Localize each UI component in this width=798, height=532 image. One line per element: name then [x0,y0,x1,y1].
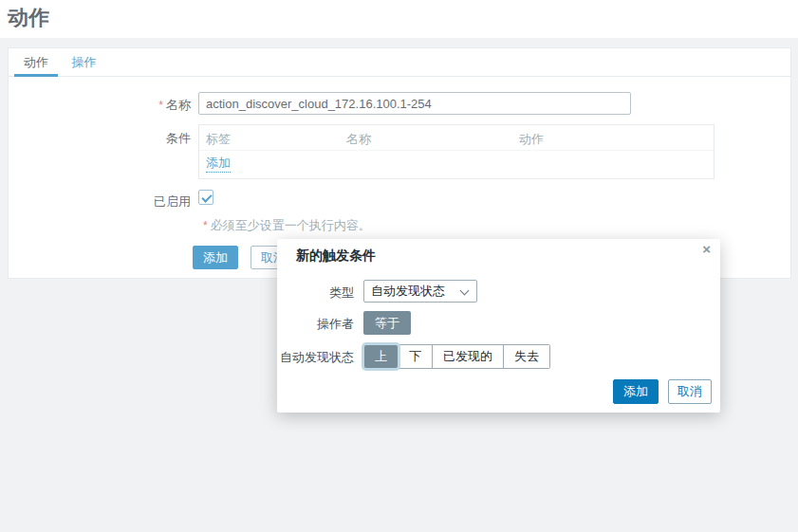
type-select-value: 自动发现状态 [371,284,445,298]
status-field-label: 自动发现状态 [277,349,354,366]
dialog-add-button[interactable]: 添加 [613,379,659,404]
status-option-discovered[interactable]: 已发现的 [432,345,503,368]
type-select[interactable]: 自动发现状态 [363,280,477,303]
dialog-title: 新的触发条件 [296,248,376,265]
type-field-label: 类型 [277,284,354,302]
operator-equals-button[interactable]: 等于 [363,311,411,335]
new-condition-dialog: 新的触发条件 × 类型 自动发现状态 操作者 等于 自动发现状态 上 下 已发现… [277,239,720,413]
dialog-cancel-button[interactable]: 取消 [668,379,712,404]
status-option-up[interactable]: 上 [364,345,398,368]
operator-field-label: 操作者 [277,316,354,333]
status-option-lost[interactable]: 失去 [503,345,549,368]
close-icon[interactable]: × [702,242,711,257]
chevron-down-icon [460,286,470,296]
status-option-down[interactable]: 下 [398,345,432,368]
discovery-status-segmented: 上 下 已发现的 失去 [363,344,550,369]
